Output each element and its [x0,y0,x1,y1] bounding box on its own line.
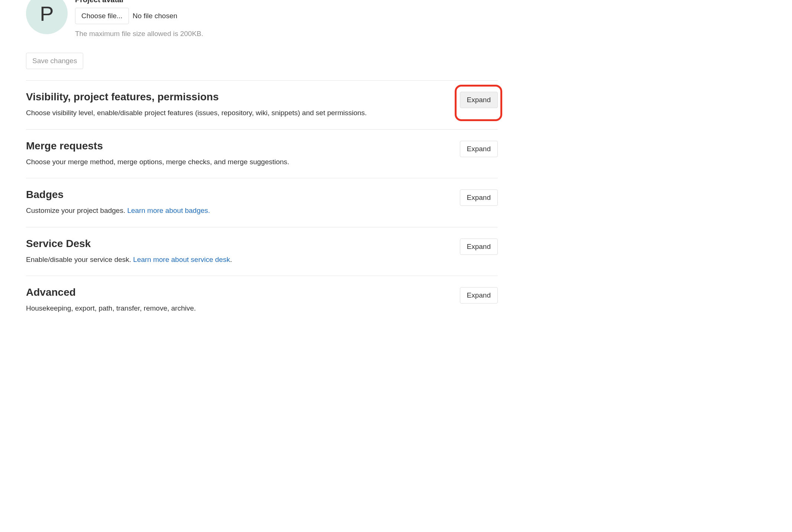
service-desk-title: Service Desk [26,238,460,250]
badges-learn-more-link[interactable]: Learn more about badges. [127,207,210,214]
project-avatar-section: P Project avatar Choose file... No file … [26,0,498,38]
advanced-expand-button[interactable]: Expand [460,287,498,304]
merge-section: Merge requests Choose your merge method,… [26,129,498,178]
visibility-section: Visibility, project features, permission… [26,80,498,129]
service-desk-learn-more-link[interactable]: Learn more about service desk [133,256,230,263]
save-changes-button[interactable]: Save changes [26,53,83,69]
visibility-expand-button[interactable]: Expand [460,92,498,108]
advanced-desc: Housekeeping, export, path, transfer, re… [26,304,460,314]
badges-expand-button[interactable]: Expand [460,189,498,206]
advanced-section: Advanced Housekeeping, export, path, tra… [26,276,498,325]
file-size-hint: The maximum file size allowed is 200KB. [75,30,498,38]
avatar-circle: P [26,0,68,34]
merge-desc: Choose your merge method, merge options,… [26,157,460,167]
choose-file-button[interactable]: Choose file... [75,8,129,24]
merge-title: Merge requests [26,140,460,152]
no-file-text: No file chosen [133,12,177,20]
badges-title: Badges [26,189,460,201]
service-desk-section: Service Desk Enable/disable your service… [26,227,498,276]
badges-section: Badges Customize your project badges. Le… [26,178,498,227]
advanced-title: Advanced [26,286,460,298]
avatar-letter: P [40,1,53,26]
merge-expand-button[interactable]: Expand [460,141,498,157]
service-desk-expand-button[interactable]: Expand [460,239,498,255]
service-desk-desc: Enable/disable your service desk. Learn … [26,255,460,265]
avatar-label: Project avatar [75,0,498,4]
visibility-title: Visibility, project features, permission… [26,91,460,103]
badges-desc: Customize your project badges. Learn mor… [26,206,460,216]
visibility-desc: Choose visibility level, enable/disable … [26,108,460,118]
